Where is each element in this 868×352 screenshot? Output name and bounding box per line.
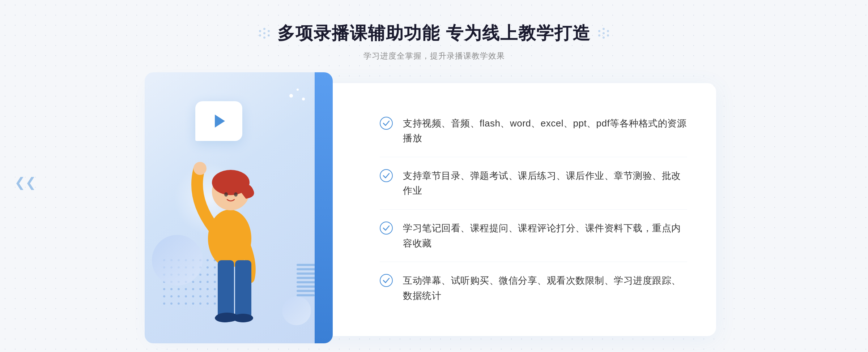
svg-point-28 [380, 169, 392, 182]
svg-point-12 [607, 30, 609, 32]
left-arrow-decoration: ❮❮ [14, 175, 36, 190]
svg-point-2 [263, 28, 265, 30]
blue-vertical-bar [315, 72, 333, 343]
svg-point-4 [263, 37, 265, 39]
svg-point-6 [259, 34, 261, 37]
feature-item-4: 互动弹幕、试听购买、微信分享、观看次数限制、学习进度跟踪、数据统计 [380, 262, 687, 314]
svg-point-10 [603, 32, 605, 34]
illustration-background [145, 72, 333, 343]
svg-point-17 [193, 162, 207, 175]
svg-point-8 [598, 34, 600, 37]
check-icon-3 [380, 222, 393, 235]
svg-point-30 [380, 274, 392, 287]
svg-point-21 [234, 192, 238, 197]
page-container: ❮❮ 多项录播课辅助功能 专为线上教学打造 [0, 0, 868, 352]
svg-point-7 [598, 30, 600, 32]
svg-point-9 [603, 28, 605, 30]
right-features-section: 支持视频、音频、flash、word、excel、ppt、pdf等各种格式的资源… [344, 83, 716, 336]
svg-point-3 [263, 32, 265, 34]
check-icon-4 [380, 274, 393, 287]
person-illustration [163, 126, 300, 343]
svg-rect-22 [218, 260, 234, 318]
svg-point-26 [216, 313, 239, 322]
svg-point-29 [380, 222, 392, 234]
svg-point-1 [268, 34, 270, 37]
svg-point-20 [224, 192, 228, 197]
svg-rect-23 [235, 260, 251, 318]
check-icon-1 [380, 117, 393, 130]
play-triangle [215, 115, 225, 128]
header-section: 多项录播课辅助功能 专为线上教学打造 学习进度全掌握，提升录播课教学效果 [258, 22, 610, 61]
check-icon-2 [380, 169, 393, 182]
svg-point-11 [603, 37, 605, 39]
feature-text-3: 学习笔记回看、课程提问、课程评论打分、课件资料下载，重点内容收藏 [403, 221, 687, 251]
svg-point-5 [259, 30, 261, 32]
content-card: 支持视频、音频、flash、word、excel、ppt、pdf等各种格式的资源… [152, 83, 716, 336]
decoration-dots-left [258, 27, 271, 40]
feature-text-2: 支持章节目录、弹题考试、课后练习、课后作业、章节测验、批改作业 [403, 168, 687, 198]
feature-item-2: 支持章节目录、弹题考试、课后练习、课后作业、章节测验、批改作业 [380, 158, 687, 210]
left-illustration-section [152, 83, 344, 336]
subtitle: 学习进度全掌握，提升录播课教学效果 [258, 51, 610, 61]
title-row: 多项录播课辅助功能 专为线上教学打造 [258, 22, 610, 45]
svg-point-27 [380, 117, 392, 129]
feature-item-3: 学习笔记回看、课程提问、课程评论打分、课件资料下载，重点内容收藏 [380, 210, 687, 262]
main-title: 多项录播课辅助功能 专为线上教学打造 [277, 22, 590, 45]
feature-text-1: 支持视频、音频、flash、word、excel、ppt、pdf等各种格式的资源… [403, 116, 687, 146]
feature-item-1: 支持视频、音频、flash、word、excel、ppt、pdf等各种格式的资源… [380, 105, 687, 157]
svg-point-13 [607, 34, 609, 37]
svg-point-0 [268, 30, 270, 32]
decoration-dots-right [597, 27, 610, 40]
feature-text-4: 互动弹幕、试听购买、微信分享、观看次数限制、学习进度跟踪、数据统计 [403, 273, 687, 303]
